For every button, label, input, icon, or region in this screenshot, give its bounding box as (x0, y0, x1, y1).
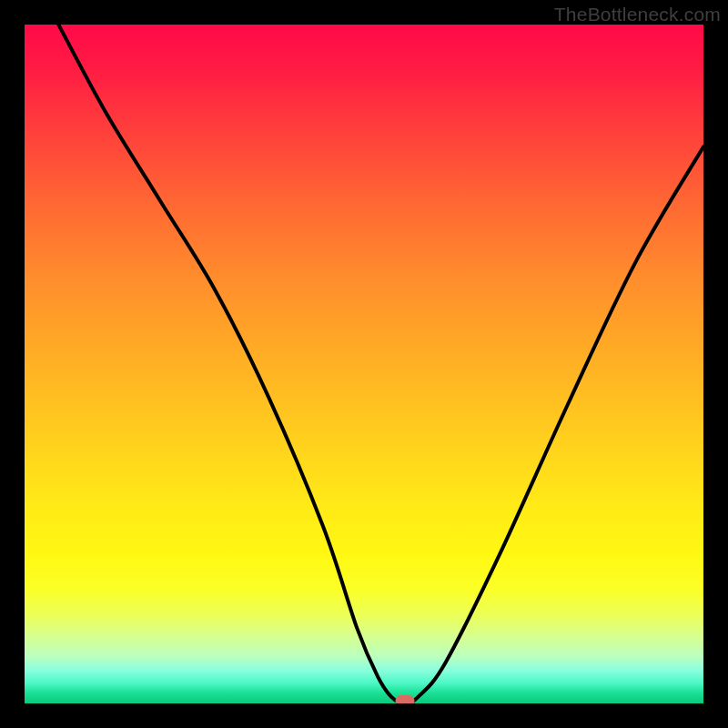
chart-frame: TheBottleneck.com (0, 0, 728, 728)
bottleneck-curve (25, 25, 703, 703)
optimal-point-marker (395, 695, 414, 703)
watermark-text: TheBottleneck.com (554, 4, 721, 25)
plot-area (25, 25, 703, 703)
